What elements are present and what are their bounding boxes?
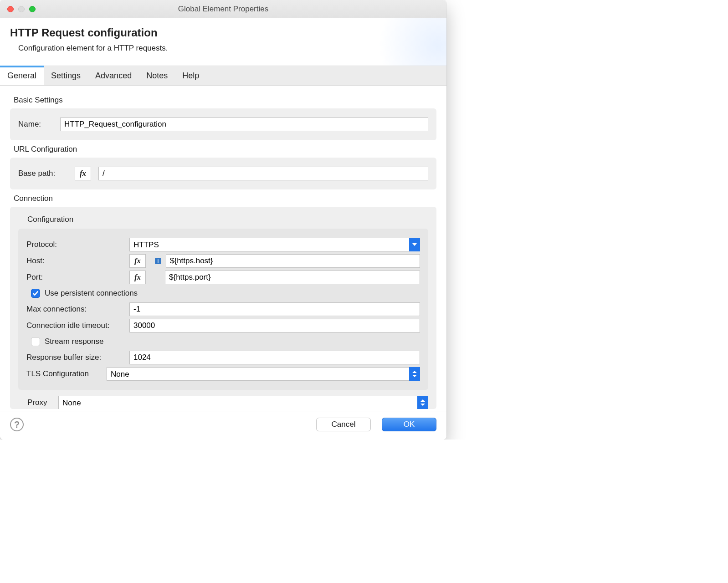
help-icon[interactable]: ? xyxy=(10,418,24,431)
connection-label: Connection xyxy=(14,194,436,203)
tab-bar: General Settings Advanced Notes Help xyxy=(0,66,446,86)
proxy-label: Proxy xyxy=(27,398,52,407)
fx-button[interactable]: fx xyxy=(75,167,91,180)
fx-button[interactable]: fx xyxy=(129,254,146,268)
protocol-select[interactable]: HTTPS xyxy=(129,238,420,251)
tab-label: General xyxy=(7,71,36,81)
configuration-label: Configuration xyxy=(27,215,428,224)
fx-icon: fx xyxy=(80,169,86,178)
basepath-input[interactable] xyxy=(98,167,428,180)
persistent-connections-label: Use persistent connections xyxy=(45,289,138,298)
dialog-footer: ? Cancel OK xyxy=(0,411,446,440)
check-icon xyxy=(32,290,39,297)
tab-label: Advanced xyxy=(95,71,132,81)
tab-advanced[interactable]: Advanced xyxy=(88,66,139,85)
tab-label: Help xyxy=(182,71,199,81)
tab-general[interactable]: General xyxy=(0,66,44,85)
proxy-select-wrap: None xyxy=(58,396,428,409)
max-connections-label: Max connections: xyxy=(26,305,122,314)
max-connections-input[interactable] xyxy=(129,302,420,316)
basic-settings-panel: Name: xyxy=(10,108,436,140)
cancel-button[interactable]: Cancel xyxy=(316,418,371,431)
connection-panel: Configuration Protocol: HTTPS Host: xyxy=(10,207,436,409)
protocol-select-wrap: HTTPS xyxy=(129,238,420,251)
tab-settings[interactable]: Settings xyxy=(44,66,88,85)
info-icon[interactable]: i xyxy=(155,258,161,264)
proxy-row: Proxy None xyxy=(27,396,428,409)
buffer-size-label: Response buffer size: xyxy=(26,353,122,362)
fx-icon: fx xyxy=(134,273,141,282)
window-title: Global Element Properties xyxy=(0,5,446,14)
decorative-glow xyxy=(374,18,446,66)
tab-notes[interactable]: Notes xyxy=(139,66,175,85)
dialog-window: Global Element Properties HTTP Request c… xyxy=(0,0,446,440)
name-input[interactable] xyxy=(60,118,428,131)
titlebar: Global Element Properties xyxy=(0,0,446,18)
button-label: Cancel xyxy=(332,420,356,429)
dialog-header: HTTP Request configuration Configuration… xyxy=(0,18,446,66)
stream-response-label: Stream response xyxy=(45,337,103,346)
fx-icon: fx xyxy=(134,256,141,266)
idle-timeout-input[interactable] xyxy=(129,319,420,332)
button-label: OK xyxy=(404,420,415,429)
tab-label: Notes xyxy=(146,71,168,81)
proxy-select[interactable]: None xyxy=(58,396,428,409)
persistent-connections-checkbox[interactable] xyxy=(31,289,40,298)
tls-select[interactable]: None xyxy=(107,367,420,381)
basepath-label: Base path: xyxy=(18,169,67,178)
dialog-body: Basic Settings Name: URL Configuration B… xyxy=(0,86,446,411)
ok-button[interactable]: OK xyxy=(382,418,436,431)
configuration-panel: Protocol: HTTPS Host: fx i xyxy=(18,229,428,390)
tab-help[interactable]: Help xyxy=(175,66,206,85)
port-label: Port: xyxy=(26,273,122,282)
basic-settings-label: Basic Settings xyxy=(14,96,436,105)
fx-button[interactable]: fx xyxy=(129,271,146,284)
idle-timeout-label: Connection idle timeout: xyxy=(26,321,122,330)
url-config-panel: Base path: fx xyxy=(10,158,436,189)
page-title: HTTP Request configuration xyxy=(10,26,436,39)
protocol-label: Protocol: xyxy=(26,240,122,249)
tls-select-wrap: None xyxy=(107,367,420,381)
url-config-label: URL Configuration xyxy=(14,145,436,154)
host-input[interactable] xyxy=(166,254,420,268)
tls-config-label: TLS Configuration xyxy=(26,369,99,378)
stream-response-checkbox[interactable] xyxy=(31,337,40,346)
name-label: Name: xyxy=(18,120,53,129)
buffer-size-input[interactable] xyxy=(129,351,420,364)
port-input[interactable] xyxy=(165,271,420,284)
host-label: Host: xyxy=(26,256,122,266)
tab-label: Settings xyxy=(51,71,81,81)
